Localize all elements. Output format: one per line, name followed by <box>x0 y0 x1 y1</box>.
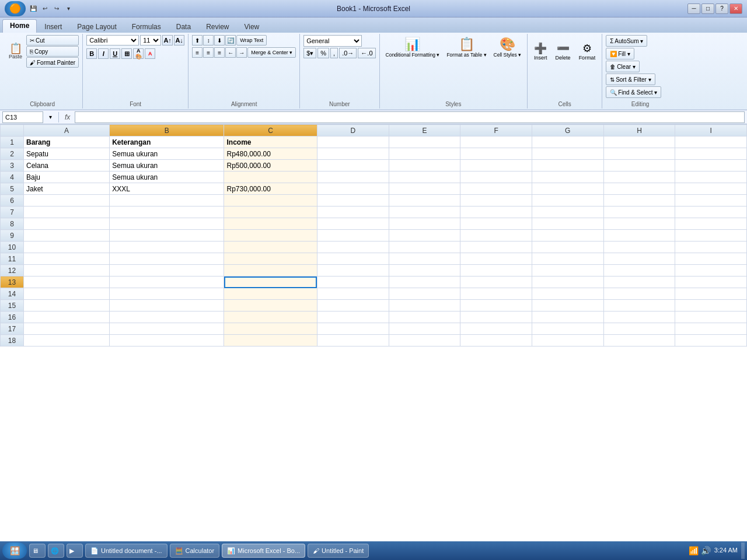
cell-H17[interactable] <box>603 323 675 335</box>
cell-E9[interactable] <box>389 230 460 242</box>
cell-H15[interactable] <box>603 300 675 312</box>
cell-H5[interactable] <box>603 183 675 195</box>
cell-F4[interactable] <box>460 172 532 183</box>
cell-E7[interactable] <box>389 206 460 218</box>
cell-C6[interactable] <box>224 195 317 206</box>
row-header-12[interactable]: 12 <box>1 265 24 276</box>
cell-C10[interactable] <box>224 242 317 253</box>
align-bottom-button[interactable]: ⬇ <box>214 35 225 46</box>
cell-D9[interactable] <box>317 230 389 242</box>
cell-E2[interactable] <box>389 148 460 160</box>
cell-C13[interactable] <box>224 276 317 288</box>
cell-F15[interactable] <box>460 300 532 312</box>
cut-button[interactable]: ✂Cut <box>26 35 79 46</box>
cell-I10[interactable] <box>675 242 747 253</box>
cell-G12[interactable] <box>532 265 603 276</box>
row-header-6[interactable]: 6 <box>1 195 24 206</box>
cell-B1[interactable]: Keterangan <box>110 136 224 148</box>
cell-C5[interactable]: Rp730,000.00 <box>224 183 317 195</box>
cell-D18[interactable] <box>317 335 389 346</box>
cell-reference-box[interactable] <box>2 111 43 123</box>
cell-G11[interactable] <box>532 253 603 265</box>
align-top-button[interactable]: ⬆ <box>192 35 203 46</box>
cell-D12[interactable] <box>317 265 389 276</box>
cell-I13[interactable] <box>675 276 747 288</box>
cell-H3[interactable] <box>603 160 675 172</box>
cell-D11[interactable] <box>317 253 389 265</box>
cell-I9[interactable] <box>675 230 747 242</box>
cell-B11[interactable] <box>110 253 224 265</box>
row-header-10[interactable]: 10 <box>1 242 24 253</box>
row-header-14[interactable]: 14 <box>1 288 24 300</box>
cell-E3[interactable] <box>389 160 460 172</box>
conditional-formatting-button[interactable]: 📊 Conditional Formatting ▾ <box>383 35 442 60</box>
font-color-button[interactable]: A <box>145 48 155 59</box>
row-header-17[interactable]: 17 <box>1 323 24 335</box>
cell-G5[interactable] <box>532 183 603 195</box>
cell-D5[interactable] <box>317 183 389 195</box>
show-desktop-button[interactable] <box>741 542 745 559</box>
cell-C16[interactable] <box>224 312 317 323</box>
cell-H11[interactable] <box>603 253 675 265</box>
cell-B9[interactable] <box>110 230 224 242</box>
col-header-C[interactable]: C <box>224 125 317 136</box>
cell-E4[interactable] <box>389 172 460 183</box>
delete-button[interactable]: ➖ Delete <box>553 35 574 68</box>
row-header-2[interactable]: 2 <box>1 148 24 160</box>
cell-I16[interactable] <box>675 312 747 323</box>
cell-F14[interactable] <box>460 288 532 300</box>
cell-A10[interactable] <box>24 242 110 253</box>
cell-H8[interactable] <box>603 218 675 230</box>
copy-button[interactable]: ⎘Copy <box>26 46 79 57</box>
cell-G14[interactable] <box>532 288 603 300</box>
cell-C12[interactable] <box>224 265 317 276</box>
cell-H16[interactable] <box>603 312 675 323</box>
cell-B6[interactable] <box>110 195 224 206</box>
cell-G18[interactable] <box>532 335 603 346</box>
tab-insert[interactable]: Insert <box>37 20 69 33</box>
font-name-select[interactable]: Calibri <box>86 35 139 46</box>
bold-button[interactable]: B <box>86 48 97 59</box>
cell-H10[interactable] <box>603 242 675 253</box>
autosum-button[interactable]: ΣAutoSum ▾ <box>606 35 647 47</box>
align-center-button[interactable]: ≡ <box>203 47 214 58</box>
row-header-7[interactable]: 7 <box>1 206 24 218</box>
currency-button[interactable]: $▾ <box>303 48 316 58</box>
row-header-1[interactable]: 1 <box>1 136 24 148</box>
orientation-button[interactable]: 🔄 <box>225 35 236 46</box>
col-header-F[interactable]: F <box>460 125 532 136</box>
cell-D14[interactable] <box>317 288 389 300</box>
cell-I17[interactable] <box>675 323 747 335</box>
comma-button[interactable]: , <box>330 48 338 58</box>
fill-button[interactable]: 🔽Fill ▾ <box>606 48 634 60</box>
cell-E10[interactable] <box>389 242 460 253</box>
cell-I15[interactable] <box>675 300 747 312</box>
cell-C7[interactable] <box>224 206 317 218</box>
row-header-5[interactable]: 5 <box>1 183 24 195</box>
save-button[interactable]: 💾 <box>28 4 39 14</box>
undo-button[interactable]: ↩ <box>40 4 50 14</box>
minimize-button[interactable]: ─ <box>687 4 700 14</box>
cell-H14[interactable] <box>603 288 675 300</box>
cell-D3[interactable] <box>317 160 389 172</box>
cell-G17[interactable] <box>532 323 603 335</box>
cell-C4[interactable] <box>224 172 317 183</box>
cell-F12[interactable] <box>460 265 532 276</box>
redo-button[interactable]: ↪ <box>51 4 62 14</box>
paste-button[interactable]: 📋 Paste <box>6 35 25 68</box>
cell-B15[interactable] <box>110 300 224 312</box>
help-button[interactable]: ? <box>715 4 728 14</box>
cell-A11[interactable] <box>24 253 110 265</box>
maximize-button[interactable]: □ <box>701 4 714 14</box>
cell-A5[interactable]: Jaket <box>24 183 110 195</box>
cell-A3[interactable]: Celana <box>24 160 110 172</box>
cell-I7[interactable] <box>675 206 747 218</box>
align-left-button[interactable]: ≡ <box>192 47 203 58</box>
cell-H7[interactable] <box>603 206 675 218</box>
cell-H12[interactable] <box>603 265 675 276</box>
decrease-decimal-button[interactable]: ←.0 <box>358 48 375 58</box>
cell-D8[interactable] <box>317 218 389 230</box>
cell-A2[interactable]: Sepatu <box>24 148 110 160</box>
font-size-select[interactable]: 11 <box>140 35 161 46</box>
increase-decimal-button[interactable]: .0→ <box>339 48 357 58</box>
